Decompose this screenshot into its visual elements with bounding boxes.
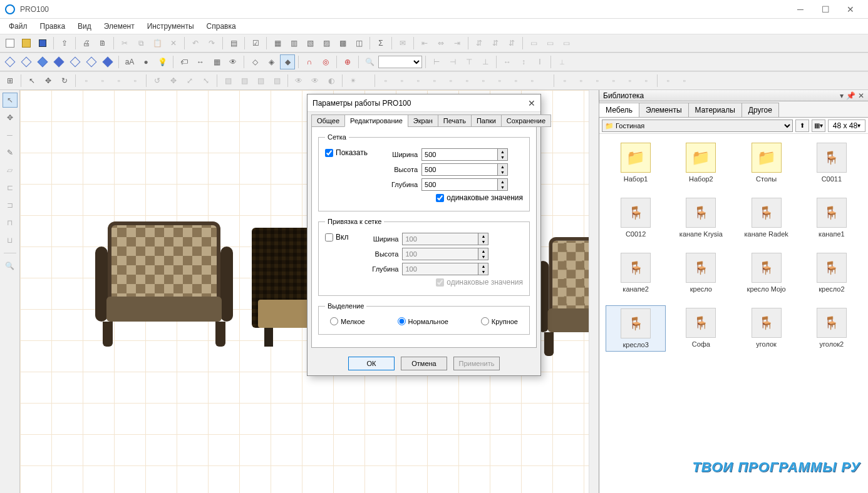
library-item[interactable]: 🪑уголок2 [802, 305, 862, 352]
ruler-v-button[interactable]: ↕ [516, 54, 531, 69]
dim-d-button[interactable]: ⊥ [478, 54, 493, 69]
cut-button[interactable]: ✂ [117, 36, 132, 51]
view-back-button[interactable] [84, 54, 99, 69]
tool-f-button[interactable]: ◫ [351, 36, 366, 51]
ye-button[interactable]: ▫ [623, 73, 638, 88]
select-tool[interactable]: ↖ [3, 93, 18, 108]
grid-width-spin[interactable]: ▲▼ [421, 148, 508, 161]
library-item[interactable]: 🪑кресло Mojo [736, 250, 797, 295]
mod-f-button[interactable]: ✥ [166, 73, 181, 88]
eyedropper-tool[interactable]: ✎ [3, 145, 18, 160]
tool-d-button[interactable]: ▨ [319, 36, 334, 51]
ruler-i-button[interactable]: I [532, 54, 547, 69]
tag-button[interactable]: 🏷 [177, 54, 192, 69]
distribute-3-button[interactable]: ⇵ [504, 36, 519, 51]
yf-button[interactable]: ▫ [639, 73, 654, 88]
library-item[interactable]: 📁Набор2 [671, 140, 731, 185]
library-item[interactable]: 🪑уголок [736, 305, 797, 352]
open-file-button[interactable] [19, 36, 34, 51]
tool-b-button[interactable]: ▥ [286, 36, 301, 51]
dim-b-button[interactable]: ⊣ [445, 54, 460, 69]
shape-tool[interactable]: ▱ [3, 163, 18, 178]
xd-button[interactable]: ▫ [427, 73, 442, 88]
minimize-button[interactable]: ─ [788, 0, 813, 19]
library-tab[interactable]: Другое [741, 103, 779, 117]
align-left-button[interactable]: ⇤ [417, 36, 432, 51]
library-view-button[interactable]: ▦▾ [812, 119, 825, 132]
view-right-button[interactable] [68, 54, 83, 69]
grid-height-spin[interactable]: ▲▼ [421, 163, 508, 176]
library-item[interactable]: 🪑канапе1 [802, 195, 862, 240]
line-tool[interactable]: ─ [3, 128, 18, 143]
extra-b-tool[interactable]: ⊐ [3, 198, 18, 213]
dimension-button[interactable]: ↔ [193, 54, 208, 69]
combine-button[interactable]: ▭ [559, 36, 574, 51]
select-all-button[interactable]: ⊞ [3, 73, 18, 88]
xi-button[interactable]: ▫ [509, 73, 524, 88]
yg-button[interactable]: ▫ [661, 73, 676, 88]
menu-Вид[interactable]: Вид [71, 20, 98, 33]
mod-d-button[interactable]: ▫ [128, 73, 143, 88]
view-axo-button[interactable] [19, 54, 34, 69]
close-button[interactable]: ✕ [838, 0, 863, 19]
xb-button[interactable]: ▫ [395, 73, 410, 88]
mod-b-button[interactable]: ▫ [95, 73, 110, 88]
group-button[interactable]: ▭ [526, 36, 541, 51]
mail-button[interactable]: ✉ [395, 36, 410, 51]
snap-point-button[interactable]: ◇ [247, 54, 262, 69]
target-button[interactable]: ◎ [318, 54, 333, 69]
undo-button[interactable]: ↶ [188, 36, 203, 51]
selection-radio[interactable]: Крупное [481, 317, 518, 325]
mod-c-button[interactable]: ▫ [111, 73, 127, 88]
dialog-tab[interactable]: Экран [408, 114, 438, 127]
xj-button[interactable]: ▫ [525, 73, 540, 88]
library-item[interactable]: 🪑канапе Krysia [671, 195, 731, 240]
view-persp-button[interactable] [3, 54, 18, 69]
align-center-button[interactable]: ⇔ [433, 36, 448, 51]
extra-c-tool[interactable]: ⊓ [3, 215, 18, 230]
text-tool-button[interactable]: aA [122, 54, 137, 69]
mod-g-button[interactable]: ⤢ [182, 73, 197, 88]
snap-height-spin[interactable]: ▲▼ [402, 248, 488, 260]
library-item[interactable]: 🪑канапе Radek [736, 195, 797, 240]
library-close-icon[interactable]: ✕ [858, 91, 864, 100]
compass-button[interactable]: ✴ [346, 73, 361, 88]
distribute-h-button[interactable]: ⇵ [472, 36, 487, 51]
library-item[interactable]: 📁Столы [736, 140, 797, 185]
grid-equal-checkbox[interactable]: одинаковые значения [436, 193, 523, 202]
align-right-button[interactable]: ⇥ [450, 36, 465, 51]
selection-radio[interactable]: Нормальное [398, 317, 448, 325]
rotate-tool-button[interactable]: ↻ [57, 73, 72, 88]
grid-depth-spin[interactable]: ▲▼ [421, 178, 508, 191]
maximize-button[interactable]: ☐ [813, 0, 838, 19]
menu-Правка[interactable]: Правка [34, 20, 72, 33]
dialog-tab[interactable]: Печать [438, 114, 472, 127]
measure-button[interactable]: ⟂ [554, 54, 569, 69]
magnet-button[interactable]: ∩ [302, 54, 317, 69]
layer-a-button[interactable]: ▤ [220, 73, 235, 88]
apply-button[interactable]: Применить [453, 357, 500, 370]
library-dropdown-icon[interactable]: ▾ [840, 91, 844, 100]
library-item[interactable]: 🪑кресло [671, 250, 731, 295]
mod-e-button[interactable]: ↺ [150, 73, 165, 88]
tool-a-button[interactable]: ▦ [270, 36, 285, 51]
dialog-close-icon[interactable]: ✕ [528, 98, 535, 108]
redo-button[interactable]: ↷ [204, 36, 219, 51]
ruler-h-button[interactable]: ↔ [500, 54, 515, 69]
snap-width-spin[interactable]: ▲▼ [402, 233, 488, 245]
eye-b-button[interactable]: 👁 [307, 73, 323, 88]
xh-button[interactable]: ▫ [492, 73, 507, 88]
xf-button[interactable]: ▫ [460, 73, 475, 88]
library-item[interactable]: 🪑кресло2 [802, 250, 862, 295]
origin-button[interactable]: ⊕ [340, 54, 355, 69]
ya-button[interactable]: ▫ [557, 73, 572, 88]
library-item[interactable]: 🪑C0012 [606, 195, 666, 240]
menu-Элемент[interactable]: Элемент [98, 20, 141, 33]
cancel-button[interactable]: Отмена [401, 357, 447, 370]
dialog-tab[interactable]: Сохранение [501, 114, 551, 127]
material-button[interactable]: ● [138, 54, 153, 69]
library-tab[interactable]: Элементы [639, 103, 689, 117]
move-tool-button[interactable]: ✥ [41, 73, 56, 88]
new-file-button[interactable] [3, 36, 18, 51]
report-button[interactable]: ▤ [226, 36, 241, 51]
